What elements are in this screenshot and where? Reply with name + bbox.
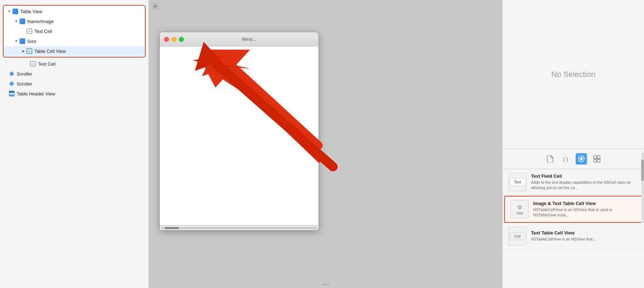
- text-field-cell-desc: Adds to the text display capabilities of…: [531, 180, 638, 191]
- view-label: View: [516, 211, 523, 215]
- text-table-cell-title: Text Table Cell View: [531, 230, 638, 236]
- canvas-area: ✕ Wind...: [149, 0, 502, 288]
- text-table-cell-icon: Cell: [508, 227, 527, 245]
- library-item-text-field-cell[interactable]: Text Text Field Cell Adds to the text di…: [503, 169, 644, 195]
- tree-item-scroller-2-label: Scroller: [17, 81, 32, 87]
- svg-rect-12: [594, 159, 597, 162]
- mock-window-titlebar: Wind...: [160, 32, 318, 46]
- library-item-image-text-table-cell-view[interactable]: ⚙ View Image & Text Table Cell View NSTa…: [504, 196, 643, 223]
- blue-cube-icon: [19, 18, 26, 24]
- inspector-top: No Selection: [503, 0, 644, 149]
- gray-grid-icon: [30, 61, 36, 67]
- selected-group: Table View Name/Image Text Cell: [3, 5, 146, 57]
- right-panel: No Selection { }: [502, 0, 644, 288]
- tab-attributes-inspector[interactable]: [576, 153, 587, 165]
- traffic-lights: [164, 37, 184, 42]
- inspector-tabs: { }: [503, 149, 644, 169]
- text-field-cell-icon: Text: [508, 173, 527, 191]
- blue-grid-icon: [26, 48, 33, 54]
- svg-rect-11: [597, 156, 600, 159]
- mock-window: Wind...: [159, 32, 319, 231]
- text-table-cell-desc: NSTableCellView is an NSView that...: [531, 237, 638, 242]
- triangle-down-icon: [14, 39, 18, 43]
- gray-grid-icon: [26, 28, 33, 34]
- canvas-bottom-handle: [322, 284, 329, 285]
- handle-dot: [327, 284, 329, 285]
- tab-file-inspector[interactable]: [544, 153, 556, 165]
- triangle-down-icon: [14, 19, 18, 23]
- tree-item-table-view[interactable]: Table View: [4, 6, 145, 16]
- tree-item-size-label: Size: [27, 39, 36, 44]
- triangle-right-icon: [21, 49, 26, 53]
- svg-point-9: [580, 157, 583, 160]
- right-scrollbar[interactable]: [641, 153, 644, 223]
- tree-item-name-image[interactable]: Name/Image: [4, 16, 145, 26]
- tree-item-text-cell-1-label: Text Cell: [34, 29, 52, 34]
- tab-object-inspector[interactable]: { }: [560, 153, 571, 165]
- image-text-table-cell-desc: NSTableCellView is an NSView that is use…: [533, 207, 636, 218]
- triangle-down-icon: [7, 9, 11, 13]
- handle-dot: [322, 284, 324, 285]
- no-selection-label: No Selection: [551, 70, 595, 79]
- tree-item-table-cell-view[interactable]: Table Cell View: [4, 46, 145, 56]
- tree-item-name-image-label: Name/Image: [27, 19, 53, 24]
- svg-rect-13: [597, 159, 600, 162]
- mock-window-title: Wind...: [184, 37, 314, 42]
- tree-item-text-cell-2[interactable]: Text Cell: [0, 59, 148, 69]
- table-header-icon: [9, 90, 15, 97]
- left-panel: Table View Name/Image Text Cell: [0, 0, 149, 288]
- tree-item-table-header-view-label: Table Header View: [17, 91, 55, 96]
- canvas: ✕ Wind...: [149, 0, 502, 288]
- tree-item-table-view-label: Table View: [20, 9, 43, 14]
- tree-item-text-cell-2-label: Text Cell: [38, 61, 56, 67]
- tree-item-size[interactable]: Size: [4, 36, 145, 46]
- image-text-table-cell-info: Image & Text Table Cell View NSTableCell…: [533, 201, 636, 218]
- tree-item-scroller-1-label: Scroller: [17, 71, 32, 77]
- handle-dot: [325, 284, 326, 285]
- image-text-table-cell-title: Image & Text Table Cell View: [533, 201, 636, 206]
- tree-item-table-cell-view-label: Table Cell View: [34, 49, 66, 54]
- tree-item-table-header-view[interactable]: Table Header View: [0, 89, 148, 99]
- canvas-close-button[interactable]: ✕: [152, 3, 159, 10]
- library-item-text-table-cell-view[interactable]: Cell Text Table Cell View NSTableCellVie…: [503, 223, 644, 249]
- text-field-cell-title: Text Field Cell: [531, 173, 638, 179]
- image-text-table-cell-icon: ⚙ View: [510, 200, 529, 218]
- cell-icon: Cell: [510, 232, 525, 240]
- text-field-label: Text: [514, 180, 521, 184]
- maximize-button-traffic[interactable]: [179, 37, 184, 42]
- blue-cube-icon: [12, 8, 18, 15]
- scroll-track: [161, 227, 317, 229]
- tree-item-scroller-1[interactable]: Scroller: [0, 69, 148, 79]
- scroll-thumb: [165, 227, 179, 229]
- text-field-icon: Text: [510, 178, 525, 186]
- tab-connections-inspector[interactable]: [591, 153, 603, 165]
- scroller-icon: [9, 81, 15, 87]
- text-table-cell-info: Text Table Cell View NSTableCellView is …: [531, 230, 638, 242]
- minimize-button-traffic[interactable]: [171, 37, 176, 42]
- mock-window-content: [160, 46, 318, 230]
- svg-rect-10: [594, 156, 597, 159]
- scroller-icon: [9, 71, 15, 77]
- blue-cube-icon: [19, 38, 26, 44]
- tree-item-scroller-2[interactable]: Scroller: [0, 79, 148, 89]
- close-button-traffic[interactable]: [164, 37, 169, 42]
- cell-label: Cell: [514, 234, 520, 238]
- tree-item-text-cell-1[interactable]: Text Cell: [4, 26, 145, 36]
- library-list: Text Text Field Cell Adds to the text di…: [503, 169, 644, 288]
- scrollbar-thumb: [641, 160, 644, 181]
- bottom-scrollbar[interactable]: [160, 225, 318, 230]
- object-tree: Table View Name/Image Text Cell: [0, 0, 148, 102]
- gear-icon: ⚙: [517, 204, 522, 211]
- text-field-cell-info: Text Field Cell Adds to the text display…: [531, 173, 638, 191]
